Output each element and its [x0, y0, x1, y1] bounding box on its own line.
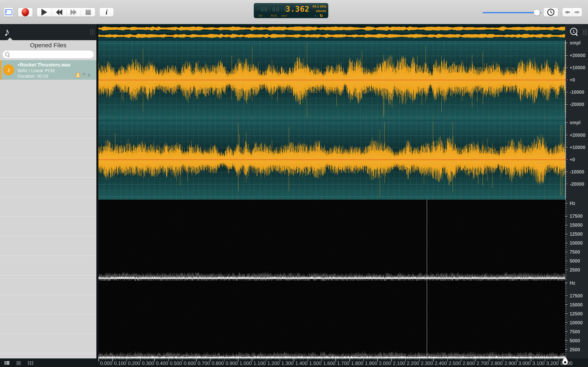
time-ruler-tick: [224, 359, 225, 361]
loop-icon[interactable]: ↻: [320, 12, 323, 18]
sample-ruler-unit: smpl: [570, 120, 581, 125]
time-ruler-label: 0.600: [184, 360, 196, 366]
time-ruler-label: 1.100: [253, 360, 266, 366]
time-ruler-label: 0.200: [128, 360, 140, 366]
time-ruler-tick: [294, 359, 294, 361]
time-ruler-label: 0.700: [198, 360, 210, 366]
time-ruler-tick: [336, 359, 336, 361]
waveform-overview[interactable]: [98, 24, 565, 40]
time-ruler-tick: [280, 359, 280, 361]
hz-ruler-label: 12500: [570, 311, 583, 317]
hz-ruler-label: 17500: [570, 293, 583, 299]
time-ruler-label: 2.800: [490, 360, 503, 366]
file-format: WAV / Linear PCM: [17, 68, 55, 73]
time-ruler-label: 1.900: [365, 360, 377, 366]
file-list-item-selected[interactable]: ♪ • Rocket Thrusters.wav WAV / Linear PC…: [0, 60, 96, 80]
panel-divider[interactable]: [96, 24, 98, 367]
time-ruler-tick: [196, 359, 197, 361]
forward-button[interactable]: [572, 8, 582, 17]
zoom-actual-size-icon[interactable]: 1: [570, 28, 579, 37]
stop-icon: [86, 9, 91, 15]
sample-ruler-label: -10000: [570, 90, 584, 95]
hz-ruler-label: 10000: [570, 320, 583, 325]
zoom-slider[interactable]: [483, 9, 541, 16]
time-ruler-label: 0.900: [226, 360, 238, 366]
file-duration: Duration: 00:03: [17, 74, 48, 79]
time-ruler-tick: [126, 359, 127, 361]
time-ruler-label: 1.800: [351, 360, 363, 366]
time-ruler-label: 1.600: [323, 360, 336, 366]
sample-ruler-label: -20000: [570, 102, 584, 107]
time-ruler-tick: [447, 359, 448, 361]
time-ruler-label: 3.000: [518, 360, 531, 366]
unit-min: min: [270, 14, 277, 17]
clock-icon: [547, 8, 555, 16]
ruler-drag-handle[interactable]: [583, 29, 587, 35]
time-display: - 00:00:0 3.362 hr min sec 44.1 kHz ster…: [254, 3, 328, 18]
empty-file-row: [0, 119, 96, 138]
time-ruler-tick: [391, 359, 392, 361]
search-input[interactable]: [11, 51, 91, 58]
hz-ruler-label: 15000: [570, 222, 583, 228]
sidebar-toggle-button[interactable]: [4, 8, 13, 17]
play-button[interactable]: [37, 8, 52, 17]
view-grid-icon[interactable]: [28, 361, 33, 365]
slider-knob[interactable]: [534, 9, 540, 16]
waveform-channel-left[interactable]: [98, 40, 565, 120]
audio-editor-window: i - 00:00:0 3.362 hr min sec 44.1 kHz st…: [0, 0, 588, 367]
time-ruler[interactable]: 0.0000.1000.2000.3000.4000.5000.6000.700…: [96, 359, 588, 367]
back-button[interactable]: [562, 8, 572, 17]
history-clock-button[interactable]: [544, 8, 558, 17]
stop-button[interactable]: [81, 8, 95, 17]
play-indicator-icon: ▶: [315, 14, 317, 17]
left-arrow-icon: [565, 11, 570, 14]
time-ruler-tick: [363, 359, 364, 361]
sidebar-header: ♪: [0, 24, 98, 40]
preview-play-icon[interactable]: [88, 73, 91, 77]
favorite-star-icon[interactable]: ★: [81, 71, 86, 77]
fast-forward-button[interactable]: [66, 8, 81, 17]
empty-file-row: [0, 275, 96, 295]
hz-ruler-label: 12500: [570, 231, 583, 237]
sample-ruler-label: -20000: [570, 182, 584, 187]
app-note-icon[interactable]: ♪: [4, 25, 10, 39]
sample-rate: 44.1 kHz: [312, 4, 326, 8]
play-icon: [42, 9, 47, 16]
hz-ruler-label: 15000: [570, 302, 583, 308]
waveform-channel-right[interactable]: [98, 120, 565, 200]
empty-file-row: [0, 295, 96, 315]
sample-ruler-label: +10000: [570, 145, 585, 150]
time-ruler-tick: [419, 359, 420, 361]
sample-ruler-label: +20000: [570, 133, 585, 138]
rewind-button[interactable]: [52, 8, 66, 17]
hz-ruler-label: 17500: [570, 213, 583, 219]
time-ruler-label: 0.800: [212, 360, 224, 366]
sidebar-drag-handle[interactable]: [90, 29, 94, 35]
empty-file-row: [0, 334, 96, 354]
search-field[interactable]: [2, 50, 94, 58]
time-ruler-label: 2.400: [435, 360, 447, 366]
hz-ruler-label: 7500: [570, 329, 580, 334]
time-ruler-label: 2.000: [379, 360, 391, 366]
view-detailed-list-icon[interactable]: [4, 361, 9, 365]
hz-ruler-label: 10000: [570, 240, 583, 246]
empty-file-row: [0, 158, 96, 178]
view-list-icon[interactable]: [16, 361, 21, 365]
spectrogram[interactable]: [98, 200, 565, 359]
toolbar: i - 00:00:0 3.362 hr min sec 44.1 kHz st…: [0, 0, 588, 24]
time-ruler-tick: [461, 359, 462, 361]
slider-track[interactable]: [483, 12, 541, 13]
info-button[interactable]: i: [99, 8, 114, 17]
time-ruler-tick: [433, 359, 434, 361]
empty-file-row: [0, 138, 96, 158]
time-ruler-label: 0.100: [114, 360, 126, 366]
sample-ruler-label: -10000: [570, 169, 584, 175]
sample-ruler-label: +20000: [570, 53, 585, 58]
selected-stripe: [0, 60, 1, 80]
save-floppy-icon[interactable]: [76, 73, 80, 77]
history-nav-group: [562, 8, 582, 17]
empty-file-row: [0, 315, 96, 334]
playhead-pin[interactable]: [562, 356, 568, 366]
right-arrow-icon: [575, 11, 580, 14]
record-button[interactable]: [18, 8, 33, 17]
